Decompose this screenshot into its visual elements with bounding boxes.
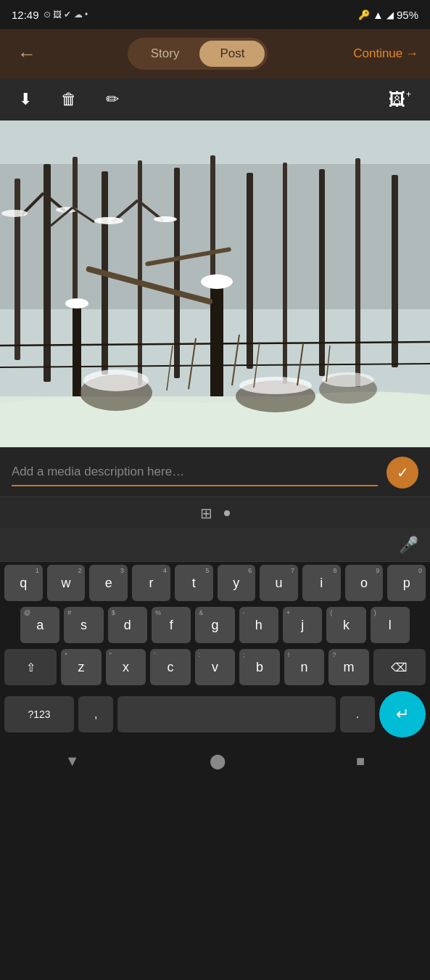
- key-p[interactable]: 0p: [387, 565, 426, 601]
- add-media-button[interactable]: 🖼+: [384, 85, 415, 114]
- status-left: 12:49 ⊙ 🖼 ✔ ☁ •: [12, 9, 88, 21]
- svg-rect-13: [392, 175, 398, 367]
- mic-icon[interactable]: 🎤: [399, 536, 418, 555]
- media-preview: [0, 121, 430, 447]
- key-j[interactable]: +j: [283, 607, 322, 643]
- svg-point-33: [83, 369, 149, 391]
- nav-recents-icon[interactable]: ■: [349, 746, 372, 777]
- toggle-container: Story Post: [128, 38, 268, 70]
- download-button[interactable]: ⬇: [15, 86, 36, 113]
- caption-input[interactable]: [12, 459, 378, 486]
- svg-point-37: [322, 372, 374, 387]
- period-key[interactable]: .: [340, 696, 375, 732]
- key-h[interactable]: -h: [239, 607, 278, 643]
- svg-point-22: [94, 217, 123, 224]
- svg-point-23: [154, 216, 177, 222]
- status-time: 12:49: [12, 9, 39, 21]
- svg-rect-2: [15, 179, 20, 360]
- svg-rect-11: [319, 169, 325, 376]
- key-w[interactable]: 2w: [47, 565, 86, 601]
- svg-rect-12: [355, 158, 360, 387]
- svg-point-35: [239, 377, 312, 394]
- confirm-button[interactable]: ✓: [386, 457, 418, 489]
- key-f[interactable]: %f: [152, 607, 191, 643]
- svg-point-25: [201, 274, 233, 289]
- key-y[interactable]: 6y: [218, 565, 256, 601]
- key-c[interactable]: 'c: [150, 649, 191, 685]
- svg-rect-10: [283, 163, 287, 384]
- key-e[interactable]: 3e: [89, 565, 128, 601]
- backspace-key[interactable]: ⌫: [373, 649, 426, 685]
- key-icon: 🔑: [358, 9, 370, 20]
- battery-level: 95%: [397, 9, 418, 21]
- check-icon: ✓: [397, 464, 409, 481]
- key-n[interactable]: !n: [284, 649, 325, 685]
- key-i[interactable]: 8i: [302, 565, 341, 601]
- key-u[interactable]: 7u: [260, 565, 298, 601]
- key-o[interactable]: 9o: [345, 565, 384, 601]
- post-tab[interactable]: Post: [199, 41, 265, 67]
- key-g[interactable]: &g: [195, 607, 234, 643]
- continue-button[interactable]: Continue →: [353, 46, 418, 61]
- space-key[interactable]: [117, 696, 336, 732]
- nav-bar: ▼ ⬤ ■: [0, 740, 430, 781]
- key-a[interactable]: @a: [20, 607, 59, 643]
- svg-rect-9: [247, 173, 253, 369]
- key-r[interactable]: 4r: [132, 565, 170, 601]
- key-q[interactable]: 1q: [4, 565, 43, 601]
- nav-home-icon[interactable]: ⬤: [202, 745, 233, 777]
- key-k[interactable]: (k: [326, 607, 365, 643]
- back-button[interactable]: ←: [12, 37, 42, 71]
- svg-point-16: [1, 210, 28, 217]
- caption-area: ✓: [0, 447, 430, 497]
- key-l[interactable]: )l: [371, 607, 410, 643]
- svg-rect-6: [138, 160, 142, 385]
- numbers-key[interactable]: ?123: [4, 696, 74, 732]
- edit-button[interactable]: ✏: [102, 86, 123, 113]
- story-tab[interactable]: Story: [131, 41, 200, 67]
- delete-button[interactable]: 🗑: [57, 86, 81, 113]
- key-x[interactable]: "x: [106, 649, 146, 685]
- key-t[interactable]: 5t: [175, 565, 213, 601]
- svg-rect-7: [174, 168, 180, 378]
- key-m[interactable]: ?m: [328, 649, 369, 685]
- top-nav: ← Story Post Continue →: [0, 29, 430, 78]
- comma-key[interactable]: ,: [78, 696, 113, 732]
- enter-key[interactable]: ↵: [379, 691, 426, 738]
- svg-point-29: [65, 298, 88, 309]
- key-z[interactable]: *z: [61, 649, 102, 685]
- wifi-icon: ▲: [373, 9, 384, 21]
- snow-scene-image: [0, 121, 430, 447]
- keyboard-cursor-row: 🎤: [0, 528, 430, 562]
- keyboard-row-2: @a #s $d %f &g -h +j (k )l: [0, 604, 430, 646]
- key-b[interactable]: ;b: [239, 649, 280, 685]
- shift-key[interactable]: ⇧: [4, 649, 57, 685]
- nav-back-icon[interactable]: ▼: [58, 746, 87, 777]
- status-bar: 12:49 ⊙ 🖼 ✔ ☁ • 🔑 ▲ ◢ 95%: [0, 0, 430, 29]
- key-s[interactable]: #s: [64, 607, 103, 643]
- status-right: 🔑 ▲ ◢ 95%: [358, 9, 418, 21]
- toolbar: ⬇ 🗑 ✏ 🖼+: [0, 78, 430, 121]
- keyboard-bottom-row: ?123 , . ↵: [0, 688, 430, 740]
- keyboard-toolbar: ⊞: [0, 497, 430, 528]
- status-icons: ⊙ 🖼 ✔ ☁ •: [44, 9, 88, 20]
- keyboard-dot: [224, 510, 230, 516]
- keyboard-row-3: ⇧ *z "x 'c :v ;b !n ?m ⌫: [0, 646, 430, 688]
- key-d[interactable]: $d: [108, 607, 147, 643]
- signal-icon: ◢: [386, 9, 394, 20]
- keyboard-row-1: 1q 2w 3e 4r 5t 6y 7u 8i 9o 0p: [0, 562, 430, 604]
- key-v[interactable]: :v: [195, 649, 236, 685]
- keyboard-grid-icon[interactable]: ⊞: [200, 505, 212, 522]
